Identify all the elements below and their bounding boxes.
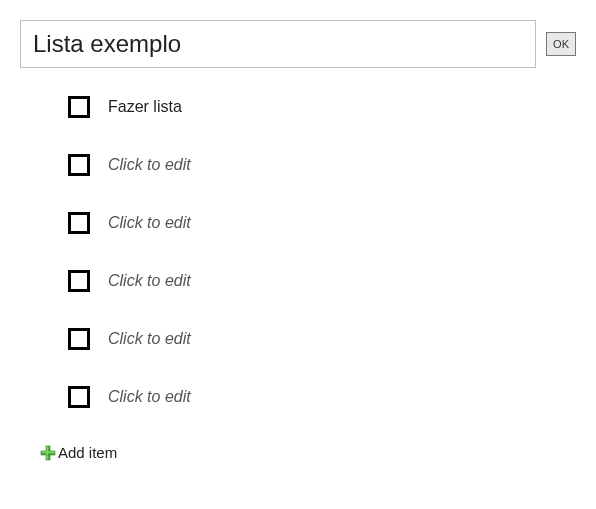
list-item: Fazer lista xyxy=(68,96,576,118)
list-item: Click to edit xyxy=(68,154,576,176)
list-title-input[interactable] xyxy=(20,20,536,68)
list-item: Click to edit xyxy=(68,386,576,408)
item-label[interactable]: Fazer lista xyxy=(108,98,182,116)
add-item-button[interactable]: Add item xyxy=(20,444,576,461)
add-item-label: Add item xyxy=(58,444,117,461)
plus-icon xyxy=(40,445,56,461)
items-list: Fazer lista Click to edit Click to edit … xyxy=(20,96,576,408)
list-item: Click to edit xyxy=(68,212,576,234)
item-label[interactable]: Click to edit xyxy=(108,156,191,174)
item-label[interactable]: Click to edit xyxy=(108,330,191,348)
checkbox[interactable] xyxy=(68,386,90,408)
checkbox[interactable] xyxy=(68,212,90,234)
svg-rect-2 xyxy=(47,446,48,459)
item-label[interactable]: Click to edit xyxy=(108,214,191,232)
item-label[interactable]: Click to edit xyxy=(108,388,191,406)
checkbox[interactable] xyxy=(68,96,90,118)
ok-button[interactable]: OK xyxy=(546,32,576,56)
checkbox[interactable] xyxy=(68,270,90,292)
svg-rect-3 xyxy=(42,451,55,452)
list-item: Click to edit xyxy=(68,328,576,350)
list-item: Click to edit xyxy=(68,270,576,292)
header-row: OK xyxy=(20,20,576,68)
checkbox[interactable] xyxy=(68,328,90,350)
checkbox[interactable] xyxy=(68,154,90,176)
item-label[interactable]: Click to edit xyxy=(108,272,191,290)
